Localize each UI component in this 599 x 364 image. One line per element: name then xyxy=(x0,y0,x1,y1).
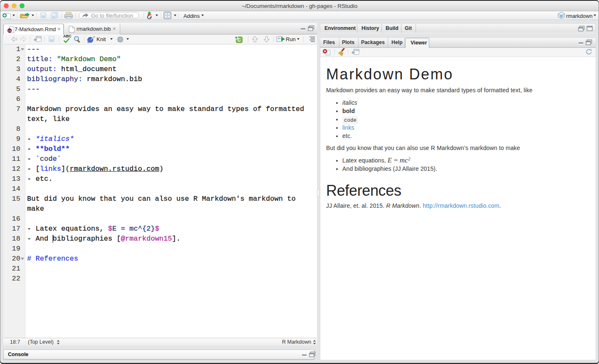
svg-text:R: R xyxy=(560,14,562,18)
svg-text:md: md xyxy=(8,30,11,32)
